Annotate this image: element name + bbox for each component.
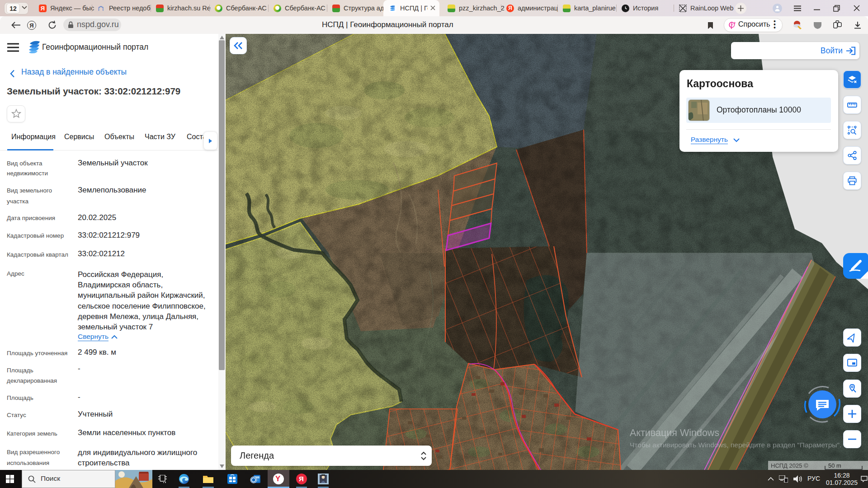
svg-text:?: ? [731,23,733,27]
